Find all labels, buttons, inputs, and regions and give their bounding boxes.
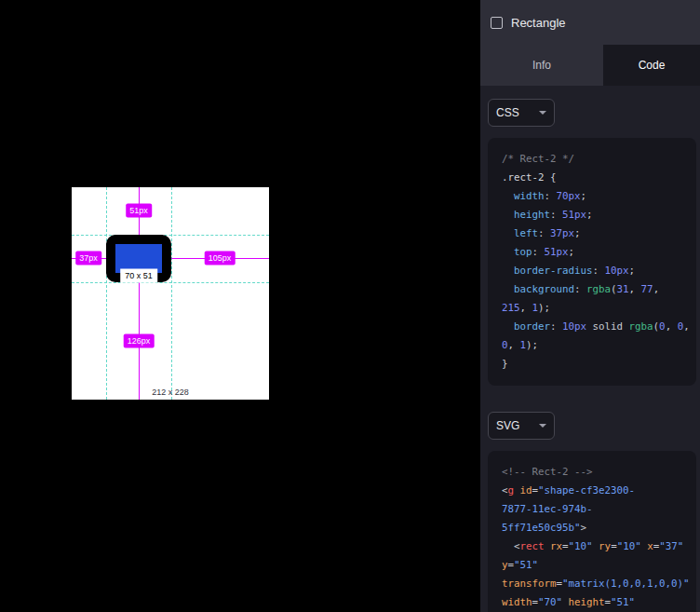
measurement-label-right: 105px (205, 252, 236, 265)
code-token-prop: border-radius (514, 265, 593, 277)
code-line: border: 10px solid rgba(0, 0, (502, 318, 691, 336)
guide-line-left (106, 187, 107, 400)
code-token-plain: : (545, 190, 557, 202)
code-line: <!-- Rect-2 --> (502, 463, 691, 482)
code-token-plain (502, 227, 514, 239)
code-token-plain: } (502, 358, 508, 370)
code-line: background: rgba(31, 77, (502, 280, 691, 299)
code-token-plain: ; (574, 227, 581, 239)
code-token-plain (502, 246, 514, 258)
code-token-comment: /* Rect-2 */ (502, 153, 574, 165)
code-token-num: 77 (641, 283, 653, 295)
guide-line-right (171, 187, 172, 400)
guide-line-bottom (72, 282, 269, 283)
code-token-plain: ; (586, 209, 593, 221)
measurement-label-top: 51px (126, 204, 152, 218)
code-token-num: 10px (605, 265, 629, 277)
code-line: left: 37px; (502, 224, 691, 243)
code-token-prop: border (514, 320, 550, 333)
code-token-plain: : (532, 246, 545, 258)
css-format-value: CSS (496, 106, 519, 119)
code-token-plain: , (508, 339, 520, 351)
tab-info[interactable]: Info (480, 45, 603, 86)
code-token-attr: rx (550, 540, 562, 552)
code-token-string: "10" (569, 540, 593, 552)
code-token-string: "matrix(1,0,0,1,0,0)" (562, 578, 690, 590)
code-token-func: rgba (629, 320, 653, 333)
shape-size-label: 70 x 51 (120, 269, 157, 283)
code-token-prop: width (514, 190, 545, 202)
code-token-plain: : (538, 227, 550, 239)
chevron-down-icon (539, 111, 546, 115)
guide-line-top (72, 235, 269, 236)
code-line: height: 51px; (502, 206, 691, 224)
code-line: transform="matrix(1,0,0,1,0,0)" (502, 575, 691, 593)
code-token-string: "51" (611, 596, 635, 608)
code-token-plain: { (545, 171, 557, 184)
selected-layer-name: Rectangle (511, 16, 566, 30)
code-line: top: 51px; (502, 243, 691, 262)
code-token-tag: rect (520, 540, 545, 552)
code-token-prop: background (514, 283, 574, 295)
code-token-num: 51px (545, 246, 569, 258)
svg-format-select[interactable]: SVG (488, 412, 555, 440)
tab-code[interactable]: Code (603, 45, 700, 86)
css-format-select[interactable]: CSS (488, 99, 555, 127)
code-token-plain: : (574, 283, 586, 295)
artboard-size-label: 212 x 228 (152, 388, 189, 397)
code-line: <g id="shape-cf3e2300- (502, 482, 691, 500)
code-token-string: "70" (538, 596, 562, 608)
code-line: } (502, 355, 691, 374)
artboard[interactable]: 51px 37px 105px 126px 70 x 51 212 x 228 (72, 187, 269, 400)
code-token-string: "37" (659, 540, 683, 552)
code-line: <rect rx="10" ry="10" x="37" (502, 537, 691, 556)
canvas-area[interactable]: 51px 37px 105px 126px 70 x 51 212 x 228 (0, 0, 480, 612)
code-token-plain (502, 265, 514, 277)
code-token-string: 5ff71e50c95b" (502, 522, 581, 534)
code-token-selector: .rect-2 (502, 171, 545, 184)
code-token-plain: ); (538, 302, 550, 314)
svg-code-block[interactable]: <!-- Rect-2 --><g id="shape-cf3e2300-787… (488, 451, 696, 612)
code-token-plain: < (502, 540, 520, 552)
chevron-down-icon (539, 424, 546, 428)
code-token-attr: id (520, 484, 532, 496)
code-token-string: 7877-11ec-974b- (502, 503, 593, 515)
code-line: 0, 1); (502, 336, 691, 355)
code-token-plain: , (653, 283, 660, 295)
design-inspect-view: 51px 37px 105px 126px 70 x 51 212 x 228 … (0, 0, 700, 612)
code-token-plain: ; (581, 190, 587, 202)
code-token-plain: : (550, 320, 562, 333)
css-section: CSS /* Rect-2 */.rect-2 { width: 70px; h… (480, 99, 700, 386)
code-line: 7877-11ec-974b- (502, 500, 691, 519)
code-panel-body: CSS /* Rect-2 */.rect-2 { width: 70px; h… (480, 86, 700, 612)
code-line: /* Rect-2 */ (502, 150, 691, 169)
svg-format-value: SVG (496, 419, 519, 432)
code-token-plain: > (581, 522, 587, 534)
code-token-plain: : (593, 265, 605, 277)
code-token-attr: width (502, 596, 532, 608)
code-line: y="51" (502, 556, 691, 575)
code-line: border-radius: 10px; (502, 262, 691, 280)
measurement-label-left: 37px (75, 252, 101, 265)
code-token-attr: ry (599, 540, 611, 552)
code-token-plain: , (520, 302, 532, 314)
code-token-num: 70px (557, 190, 581, 202)
code-token-prop: height (514, 209, 550, 221)
measurement-line-vertical (139, 187, 140, 400)
code-line: 5ff71e50c95b"> (502, 519, 691, 537)
code-token-plain (502, 320, 514, 333)
code-token-plain: solid (586, 320, 629, 333)
code-token-num: 31 (617, 283, 629, 295)
code-token-plain: ; (569, 246, 575, 258)
code-token-num: 215 (502, 302, 520, 314)
inspect-panel: Rectangle Info Code CSS /* Rect-2 */.rec… (480, 0, 700, 612)
inspect-tabs: Info Code (480, 45, 700, 86)
measurement-label-bottom: 126px (124, 334, 155, 348)
css-code-block[interactable]: /* Rect-2 */.rect-2 { width: 70px; heigh… (488, 138, 696, 386)
code-line: .rect-2 { (502, 169, 691, 187)
code-token-string: "51" (514, 559, 538, 571)
code-token-plain: , (666, 320, 678, 333)
code-token-plain: , (629, 283, 641, 295)
code-token-func: rgba (586, 283, 611, 295)
code-line: width: 70px; (502, 187, 691, 206)
